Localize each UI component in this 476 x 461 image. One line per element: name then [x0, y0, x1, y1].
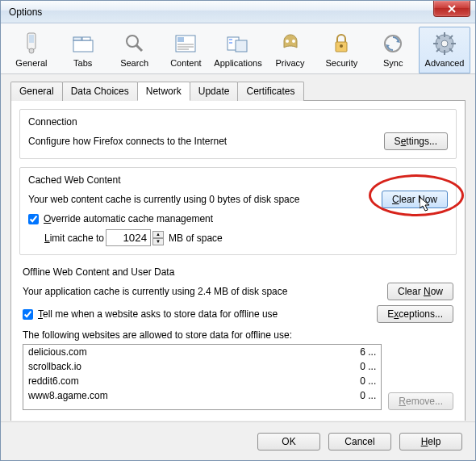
connection-legend: Connection [28, 116, 448, 128]
offline-clear-now-button[interactable]: Clear Now [387, 283, 453, 300]
subtab-network[interactable]: Network [137, 82, 190, 101]
subtab-data-choices[interactable]: Data Choices [62, 82, 138, 101]
list-item[interactable]: www8.agame.com0 ... [23, 388, 381, 403]
subtab-general[interactable]: General [10, 82, 63, 101]
limit-cache-spinner: ▲ ▼ [152, 231, 164, 245]
svg-line-7 [136, 45, 142, 51]
cached-legend: Cached Web Content [28, 174, 448, 186]
svg-point-18 [292, 40, 295, 43]
exceptions-button[interactable]: Exceptions... [377, 305, 453, 323]
advanced-subtabs: General Data Choices Network Update Cert… [10, 81, 466, 101]
help-button[interactable]: Help [399, 433, 462, 451]
titlebar: Options [1, 1, 475, 23]
svg-point-2 [29, 48, 34, 53]
category-tabs[interactable]: Tabs [57, 27, 109, 73]
category-toolbar: General Tabs Search Content Applications… [1, 23, 475, 74]
list-item[interactable]: delicious.com6 ... [23, 345, 381, 359]
override-cache-label: Override automatic cache management [44, 213, 213, 224]
list-item[interactable]: reddit6.com0 ... [23, 374, 381, 388]
limit-cache-pre: Limit cache to [44, 233, 104, 244]
general-icon [8, 31, 55, 57]
svg-rect-5 [82, 37, 90, 40]
content-icon [162, 31, 209, 57]
svg-point-25 [441, 40, 448, 47]
tabs-icon [60, 31, 106, 57]
offline-sites-list[interactable]: delicious.com6 ... scrollback.io0 ... re… [23, 344, 382, 410]
cancel-button[interactable]: Cancel [328, 433, 391, 451]
connection-desc: Configure how Firefox connects to the In… [28, 136, 227, 147]
category-general[interactable]: General [6, 27, 57, 73]
applications-icon [214, 31, 261, 57]
limit-cache-post: MB of space [169, 233, 223, 244]
category-search[interactable]: Search [109, 27, 161, 73]
category-applications[interactable]: Applications [211, 27, 264, 73]
tellme-label: Tell me when a website asks to store dat… [38, 308, 278, 320]
privacy-icon [267, 31, 314, 57]
dialog-footer: OK Cancel Help [1, 421, 475, 460]
tellme-checkbox[interactable] [23, 309, 33, 320]
list-item[interactable]: scrollback.io0 ... [23, 359, 381, 374]
security-icon [318, 31, 365, 57]
svg-point-6 [127, 36, 138, 47]
svg-rect-16 [229, 42, 232, 44]
override-cache-checkbox[interactable] [28, 214, 39, 224]
category-sync[interactable]: Sync [367, 27, 419, 73]
category-content[interactable]: Content [160, 27, 211, 73]
close-icon [448, 5, 456, 13]
cached-clear-now-button[interactable]: Clear Now [382, 191, 448, 208]
ok-button[interactable]: OK [257, 433, 320, 451]
close-button[interactable] [433, 1, 470, 17]
svg-rect-15 [229, 39, 232, 40]
search-icon [111, 31, 158, 57]
remove-site-button[interactable]: Remove... [388, 392, 453, 410]
spinner-down[interactable]: ▼ [152, 238, 164, 245]
allowed-sites-text: The following websites are allowed to st… [23, 329, 453, 341]
svg-rect-4 [73, 37, 81, 40]
advanced-gear-icon [421, 31, 468, 57]
category-privacy[interactable]: Privacy [265, 27, 316, 73]
cached-desc: Your web content cache is currently usin… [28, 194, 299, 205]
options-window: Options General Tabs Search Content Appl… [0, 0, 476, 461]
offline-legend: Offline Web Content and User Data [23, 266, 453, 278]
subtab-update[interactable]: Update [190, 82, 239, 101]
connection-group: Connection Configure how Firefox connect… [19, 109, 457, 159]
limit-cache-row: Limit cache to ▲ ▼ MB of space [44, 229, 448, 246]
svg-point-17 [286, 40, 289, 43]
category-security[interactable]: Security [315, 27, 367, 73]
connection-settings-button[interactable]: Settings... [384, 132, 448, 150]
window-title: Options [9, 6, 42, 18]
svg-rect-9 [177, 37, 184, 42]
subtab-certificates[interactable]: Certificates [237, 82, 303, 101]
svg-point-20 [340, 44, 343, 48]
network-panel: Connection Configure how Firefox connect… [10, 101, 466, 421]
category-advanced[interactable]: Advanced [419, 27, 470, 73]
offline-group: Offline Web Content and User Data Your a… [19, 263, 457, 413]
content-area: General Data Choices Network Update Cert… [1, 74, 475, 421]
cached-group: Cached Web Content Your web content cach… [19, 167, 457, 255]
offline-desc: Your application cache is currently usin… [23, 286, 287, 297]
limit-cache-input[interactable] [106, 229, 151, 246]
sync-icon [370, 31, 416, 57]
svg-rect-14 [236, 40, 247, 52]
svg-rect-1 [29, 35, 34, 43]
svg-rect-3 [73, 40, 93, 52]
spinner-up[interactable]: ▲ [152, 231, 164, 238]
